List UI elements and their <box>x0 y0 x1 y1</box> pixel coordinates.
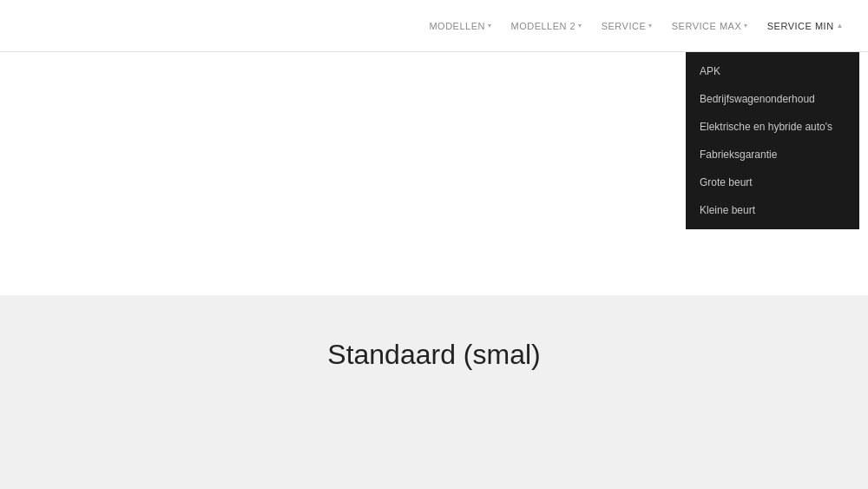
dropdown-item-elektrische[interactable]: Elektrische en hybride auto's <box>686 113 859 141</box>
nav-label-modellen: MODELLEN <box>429 21 485 31</box>
dropdown-item-fabrieksgarantie[interactable]: Fabrieksgarantie <box>686 141 859 169</box>
gray-section: Standaard (smal) <box>0 295 868 489</box>
chevron-down-icon: ▾ <box>648 22 653 30</box>
dropdown-item-apk[interactable]: APK <box>686 57 859 85</box>
chevron-down-icon: ▲ <box>837 22 844 30</box>
nav-item-service-min[interactable]: SERVICE MIN ▲ <box>760 16 851 36</box>
service-min-dropdown: APK Bedrijfswagenonderhoud Elektrische e… <box>686 52 859 229</box>
dropdown-item-bedrijfswagen[interactable]: Bedrijfswagenonderhoud <box>686 85 859 113</box>
chevron-down-icon: ▾ <box>578 22 582 30</box>
navbar: MODELLEN ▾ MODELLEN 2 ▾ SERVICE ▾ SERVIC… <box>0 0 868 52</box>
nav-item-service-max[interactable]: SERVICE MAX ▾ <box>665 16 755 36</box>
nav-label-service-min: SERVICE MIN <box>767 21 834 31</box>
nav-items: MODELLEN ▾ MODELLEN 2 ▾ SERVICE ▾ SERVIC… <box>422 16 851 36</box>
dropdown-item-kleine-beurt[interactable]: Kleine beurt <box>686 196 859 224</box>
chevron-down-icon: ▾ <box>488 22 492 30</box>
nav-item-modellen[interactable]: MODELLEN ▾ <box>422 16 498 36</box>
nav-label-service: SERVICE <box>602 21 647 31</box>
nav-item-service[interactable]: SERVICE ▾ <box>595 16 660 36</box>
chevron-down-icon: ▾ <box>744 22 748 30</box>
nav-label-modellen2: MODELLEN 2 <box>510 21 575 31</box>
nav-label-service-max: SERVICE MAX <box>672 21 742 31</box>
section-title: Standaard (smal) <box>327 339 540 371</box>
dropdown-item-grote-beurt[interactable]: Grote beurt <box>686 169 859 196</box>
nav-item-modellen2[interactable]: MODELLEN 2 ▾ <box>503 16 589 36</box>
